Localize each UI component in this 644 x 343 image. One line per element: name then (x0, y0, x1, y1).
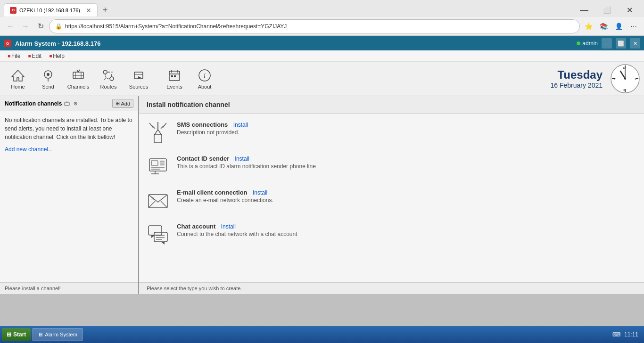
routes-icon (101, 68, 116, 83)
settings-menu-button[interactable]: ⋯ (627, 20, 640, 33)
send-label: Send (42, 84, 54, 90)
start-button[interactable]: ⊞ Start (2, 328, 31, 341)
menu-file[interactable]: ■ File (4, 52, 24, 60)
day-name: Tuesday (550, 68, 603, 82)
admin-label: admin (582, 40, 598, 47)
add-channel-button[interactable]: ⊞ Add (112, 99, 133, 108)
email-channel-name: E-mail client connection (177, 189, 248, 196)
svg-line-45 (163, 123, 166, 128)
menu-help[interactable]: ■ Help (45, 52, 68, 60)
gear-small-icon (72, 100, 79, 107)
app-favicon: O (4, 40, 11, 47)
chat-icon (147, 223, 169, 245)
svg-point-34 (624, 78, 626, 80)
sidebar-footer-text: Please install a channel! (5, 286, 61, 291)
routes-label: Routes (100, 84, 117, 90)
main-body: SMS connections Install Description not … (139, 114, 644, 282)
url-text: https://localhost:9515/Alarm+System/?a=N… (65, 23, 574, 30)
svg-marker-64 (161, 242, 165, 245)
chat-channel-desc: Connect to the chat network with a chat … (177, 231, 636, 237)
sidebar-empty-message: No notification channels are installed. … (5, 116, 133, 141)
main-header: Install notification channel (139, 96, 644, 114)
toolbar-left: Home Send Channe (4, 65, 219, 92)
email-channel-info: E-mail client connection Install Create … (177, 189, 636, 204)
taskbar-app-label: Alarm System (45, 332, 77, 337)
about-icon: i (197, 68, 212, 83)
contact-id-channel-name: Contact ID sender (177, 155, 229, 162)
svg-rect-19 (171, 75, 173, 77)
contact-id-channel-info: Contact ID sender Install This is a cont… (177, 155, 636, 170)
admin-indicator: admin (577, 40, 598, 47)
toolbar-separator (155, 65, 158, 92)
sidebar-title-area: Notification channels (5, 100, 79, 107)
about-label: About (198, 84, 212, 90)
back-button[interactable]: ← (4, 20, 17, 33)
home-button[interactable]: Home (4, 65, 32, 92)
sms-icon (147, 121, 169, 144)
sidebar-content: No notification channels are installed. … (0, 111, 138, 282)
toolbar-right: Tuesday 16 February 2021 12 3 6 9 (550, 64, 640, 94)
analog-clock: 12 3 6 9 (610, 64, 640, 94)
new-tab-button[interactable]: + (99, 4, 111, 16)
chat-channel-info: Chat account Install Connect to the chat… (177, 223, 636, 237)
svg-marker-62 (151, 235, 155, 238)
events-button[interactable]: Events (160, 65, 189, 92)
systray: ⌨ (612, 331, 620, 338)
channels-button[interactable]: Channels (64, 65, 92, 92)
app-titlebar: O Alarm System - 192.168.8.176 admin — ⬜… (0, 36, 644, 50)
email-channel-desc: Create an e-mail network connections. (177, 197, 636, 204)
sms-channel-desc: Description not provided. (177, 129, 636, 136)
app-restore-button[interactable]: ⬜ (616, 38, 626, 49)
nav-right-buttons: ⭐ 📚 👤 ⋯ (582, 20, 640, 33)
list-item: SMS connections Install Description not … (147, 121, 636, 144)
add-new-channel-link[interactable]: Add new channel... (5, 146, 53, 153)
svg-point-8 (103, 70, 107, 74)
edit-label: Edit (32, 53, 41, 59)
contact-id-channel-desc: This is a contact ID alarm notification … (177, 163, 636, 170)
taskbar-app-button[interactable]: 🖥 Alarm System (33, 328, 82, 341)
list-item: Chat account Install Connect to the chat… (147, 223, 636, 245)
about-button[interactable]: i About (190, 65, 219, 92)
browser-minimize-button[interactable]: — (573, 3, 595, 16)
svg-line-58 (161, 201, 167, 208)
home-label: Home (11, 84, 25, 90)
routes-button[interactable]: Routes (94, 65, 123, 92)
tab-bar: O OZEKI 10 (192.168.8.176) ✕ + — ⬜ ✕ (0, 0, 644, 17)
sidebar: Notification channels ⊞ Add No notificat… (0, 96, 139, 294)
send-button[interactable]: Send (34, 65, 62, 92)
svg-point-38 (75, 103, 76, 104)
address-bar[interactable]: 🔒 https://localhost:9515/Alarm+System/?a… (49, 19, 580, 33)
titlebar-controls: admin — ⬜ ✕ (577, 38, 640, 49)
sidebar-title-text: Notification channels (5, 100, 62, 107)
app-close-button[interactable]: ✕ (630, 38, 640, 49)
email-icon (147, 189, 169, 212)
sources-icon (131, 68, 146, 83)
contact-id-icon (147, 155, 169, 178)
forward-button[interactable]: → (19, 20, 32, 33)
contact-id-install-link[interactable]: Install (235, 155, 249, 162)
chat-install-link[interactable]: Install (221, 223, 236, 230)
sms-install-link[interactable]: Install (233, 122, 248, 128)
browser-tab[interactable]: O OZEKI 10 (192.168.8.176) ✕ (4, 3, 98, 16)
tab-title: OZEKI 10 (192.168.8.176) (19, 8, 80, 13)
collections-button[interactable]: 📚 (597, 20, 610, 33)
browser-close-button[interactable]: ✕ (619, 3, 640, 16)
app-minimize-button[interactable]: — (602, 38, 612, 49)
tab-close-button[interactable]: ✕ (86, 7, 91, 14)
browser-maximize-button[interactable]: ⬜ (596, 3, 618, 16)
extensions-button[interactable]: ⭐ (582, 20, 595, 33)
menu-edit[interactable]: ■ Edit (24, 52, 45, 60)
status-dot (577, 41, 580, 45)
edit-bullet: ■ (28, 53, 31, 58)
profile-button[interactable]: 👤 (612, 20, 625, 33)
sources-button[interactable]: Sources (124, 65, 153, 92)
channels-icon (71, 68, 86, 83)
sidebar-header: Notification channels ⊞ Add (0, 96, 138, 111)
help-bullet: ■ (49, 53, 52, 58)
refresh-button[interactable]: ↻ (34, 20, 47, 33)
taskbar-time: 11:11 (624, 331, 638, 338)
home-icon (10, 68, 25, 83)
lock-icon: 🔒 (55, 23, 62, 30)
email-install-link[interactable]: Install (253, 189, 267, 196)
svg-marker-0 (12, 70, 24, 81)
